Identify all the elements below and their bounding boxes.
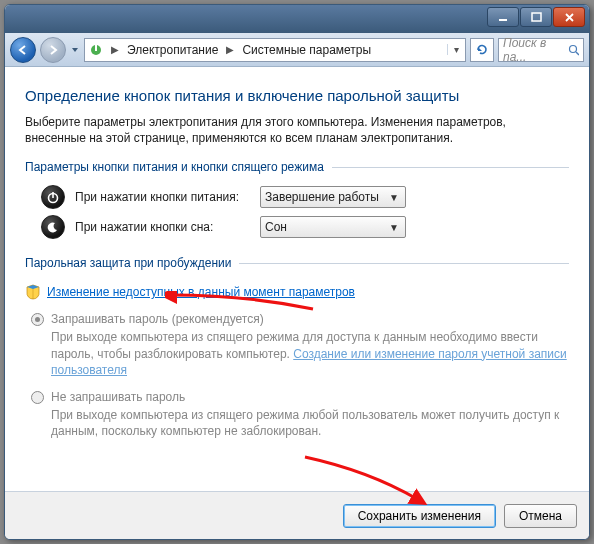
no-password-desc: При выходе компьютера из спящего режима … (25, 406, 569, 449)
power-plan-icon (85, 42, 107, 58)
no-password-radio-row: Не запрашивать пароль (25, 388, 569, 406)
shield-icon (25, 284, 41, 300)
group-password-header: Парольная защита при пробуждении (25, 256, 569, 270)
chevron-right-icon: ▶ (222, 44, 238, 55)
search-icon (568, 44, 579, 56)
page-description: Выберите параметры электропитания для эт… (25, 114, 569, 146)
back-button[interactable] (10, 37, 36, 63)
svg-rect-3 (95, 45, 97, 51)
titlebar (5, 5, 589, 33)
no-password-radio[interactable] (31, 391, 44, 404)
page-title: Определение кнопок питания и включение п… (25, 87, 569, 104)
power-icon (41, 185, 65, 209)
sleep-button-row: При нажатии кнопки сна: Сон ▼ (25, 212, 569, 242)
change-unavailable-link[interactable]: Изменение недоступных в данный момент па… (47, 285, 355, 299)
svg-rect-1 (532, 13, 541, 21)
save-button[interactable]: Сохранить изменения (343, 504, 496, 528)
close-button[interactable] (553, 7, 585, 27)
footer: Сохранить изменения Отмена (5, 491, 589, 539)
forward-button[interactable] (40, 37, 66, 63)
chevron-down-icon: ▼ (387, 222, 401, 233)
require-password-radio-row: Запрашивать пароль (рекомендуется) (25, 310, 569, 328)
address-bar: ▶ Электропитание ▶ Системные параметры ▾… (5, 33, 589, 67)
maximize-button[interactable] (520, 7, 552, 27)
group-password-title: Парольная защита при пробуждении (25, 256, 231, 270)
search-placeholder: Поиск в па... (503, 36, 568, 64)
power-button-row: При нажатии кнопки питания: Завершение р… (25, 182, 569, 212)
svg-point-4 (569, 45, 576, 52)
power-button-label: При нажатии кнопки питания: (75, 190, 260, 204)
require-password-radio[interactable] (31, 313, 44, 326)
sleep-button-action-select[interactable]: Сон ▼ (260, 216, 406, 238)
group-buttons-title: Параметры кнопки питания и кнопки спящег… (25, 160, 324, 174)
control-panel-window: ▶ Электропитание ▶ Системные параметры ▾… (4, 4, 590, 540)
minimize-button[interactable] (487, 7, 519, 27)
moon-icon (41, 215, 65, 239)
cancel-button[interactable]: Отмена (504, 504, 577, 528)
change-unavailable-row: Изменение недоступных в данный момент па… (25, 278, 569, 310)
require-password-label: Запрашивать пароль (рекомендуется) (51, 312, 264, 326)
breadcrumb[interactable]: ▶ Электропитание ▶ Системные параметры ▾ (84, 38, 466, 62)
require-password-desc: При выходе компьютера из спящего режима … (25, 328, 569, 388)
power-button-action-select[interactable]: Завершение работы ▼ (260, 186, 406, 208)
chevron-right-icon: ▶ (107, 44, 123, 55)
svg-rect-0 (499, 19, 507, 21)
chevron-down-icon: ▼ (387, 192, 401, 203)
refresh-button[interactable] (470, 38, 494, 62)
sleep-button-label: При нажатии кнопки сна: (75, 220, 260, 234)
crumb-power[interactable]: Электропитание (123, 43, 222, 57)
svg-rect-7 (52, 192, 54, 198)
group-buttons-header: Параметры кнопки питания и кнопки спящег… (25, 160, 569, 174)
crumb-system-params[interactable]: Системные параметры (238, 43, 375, 57)
breadcrumb-dropdown-icon[interactable]: ▾ (447, 44, 465, 55)
svg-line-5 (576, 52, 579, 55)
content-area: Определение кнопок питания и включение п… (5, 67, 589, 491)
no-password-label: Не запрашивать пароль (51, 390, 185, 404)
search-input[interactable]: Поиск в па... (498, 38, 584, 62)
history-dropdown-icon[interactable] (70, 40, 80, 60)
